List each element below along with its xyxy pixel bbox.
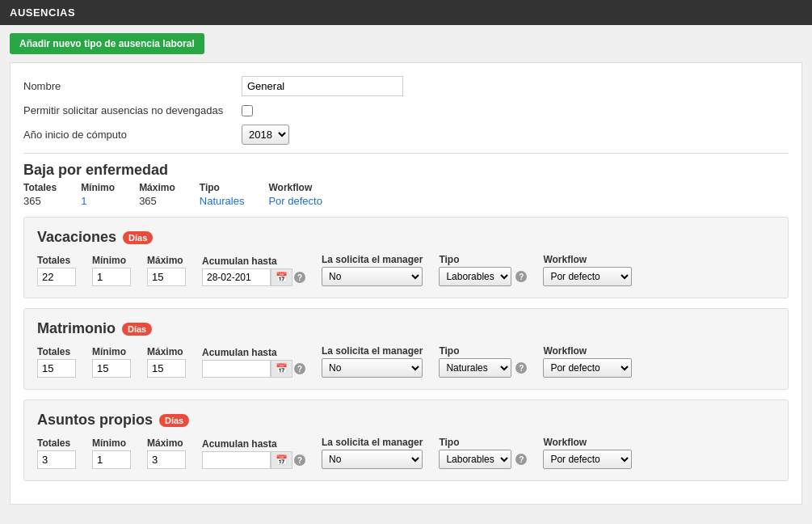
as-workflow-select[interactable]: Por defecto <box>543 450 632 469</box>
mat-tipo-label: Tipo <box>439 345 527 357</box>
mat-acumulan: Acumulan hasta 📅 ? <box>202 347 305 378</box>
mat-tipo-group: Naturales Laborables ? <box>439 358 527 378</box>
vac-maximo: Máximo <box>147 255 186 286</box>
page-title: AUSENCIAS <box>10 6 75 19</box>
asuntos-badge: Días <box>159 414 189 427</box>
year-row: Año inicio de cómputo 2018 2019 2020 <box>23 125 789 145</box>
matrimonio-title: Matrimonio <box>37 320 116 337</box>
permit-row: Permitir solicitar ausencias no devengad… <box>23 104 789 116</box>
mat-workflow-select[interactable]: Por defecto <box>543 358 632 378</box>
baja-section: Baja por enfermedad Totales 365 Mínimo 1… <box>23 162 789 207</box>
year-label: Año inicio de cómputo <box>23 129 242 141</box>
baja-totales-label: Totales <box>23 182 57 193</box>
asuntos-fields: Totales Mínimo Máximo Acumulan hasta 📅 ? <box>37 437 775 469</box>
vac-minimo-label: Mínimo <box>92 255 131 266</box>
as-solicita-label: La solicita el manager <box>322 437 423 448</box>
as-minimo-input[interactable] <box>92 450 131 469</box>
mat-help-icon[interactable]: ? <box>294 363 305 374</box>
vac-workflow-select[interactable]: Por defecto <box>543 267 632 286</box>
mat-calendar-button[interactable]: 📅 <box>271 360 292 378</box>
mat-tipo-help-icon[interactable]: ? <box>515 362 527 374</box>
baja-minimo-label: Mínimo <box>81 182 115 193</box>
as-tipo-label: Tipo <box>439 437 527 448</box>
vacaciones-card: Vacaciones Días Totales Mínimo Máximo Ac… <box>23 217 789 298</box>
main-content: Nombre Permitir solicitar ausencias no d… <box>10 62 802 505</box>
as-tipo-group: Laborables Naturales ? <box>439 450 527 469</box>
as-tipo: Tipo Laborables Naturales ? <box>439 437 527 469</box>
baja-totales: Totales 365 <box>23 182 57 207</box>
mat-totales-label: Totales <box>37 346 76 357</box>
nombre-label: Nombre <box>23 80 242 92</box>
vac-tipo-help-icon[interactable]: ? <box>515 271 527 282</box>
asuntos-card: Asuntos propios Días Totales Mínimo Máxi… <box>23 399 789 481</box>
mat-solicita-label: La solicita el manager <box>322 345 423 357</box>
mat-maximo-label: Máximo <box>147 346 186 357</box>
baja-maximo-value: 365 <box>139 195 175 207</box>
vac-help-icon[interactable]: ? <box>294 272 305 283</box>
asuntos-title: Asuntos propios <box>37 412 153 429</box>
mat-solicita-select[interactable]: No Sí <box>322 358 423 378</box>
as-minimo: Mínimo <box>92 437 131 469</box>
as-solicita: La solicita el manager No Sí <box>322 437 423 469</box>
mat-workflow-label: Workflow <box>543 345 632 357</box>
matrimonio-fields: Totales Mínimo Máximo Acumulan hasta 📅 ? <box>37 345 775 378</box>
year-select[interactable]: 2018 2019 2020 <box>242 125 289 145</box>
vac-totales-input[interactable] <box>37 268 76 286</box>
vacaciones-badge: Días <box>123 231 153 244</box>
vac-acumulan-input[interactable] <box>202 268 271 286</box>
vac-totales-label: Totales <box>37 255 76 266</box>
vac-solicita-label: La solicita el manager <box>322 254 423 265</box>
mat-tipo-select[interactable]: Naturales Laborables <box>439 358 511 378</box>
baja-tipo: Tipo Naturales <box>200 182 245 207</box>
vac-maximo-label: Máximo <box>147 255 186 266</box>
baja-workflow-value: Por defecto <box>268 195 322 207</box>
vac-maximo-input[interactable] <box>147 268 186 286</box>
matrimonio-card: Matrimonio Días Totales Mínimo Máximo Ac… <box>23 308 789 390</box>
vacaciones-fields: Totales Mínimo Máximo Acumulan hasta 📅 ? <box>37 254 775 286</box>
mat-tipo: Tipo Naturales Laborables ? <box>439 345 527 378</box>
vac-tipo-select[interactable]: Laborables Naturales <box>439 267 511 286</box>
vac-calendar-button[interactable]: 📅 <box>271 268 292 286</box>
mat-acumulan-input[interactable] <box>202 360 271 378</box>
mat-minimo-input[interactable] <box>92 359 131 378</box>
as-date-group: 📅 ? <box>202 451 305 469</box>
baja-workflow: Workflow Por defecto <box>268 182 322 207</box>
mat-maximo-input[interactable] <box>147 359 186 378</box>
nombre-row: Nombre <box>23 76 789 96</box>
as-workflow: Workflow Por defecto <box>543 437 632 469</box>
vac-date-group: 📅 ? <box>202 268 305 286</box>
baja-tipo-value: Naturales <box>200 195 245 207</box>
as-totales-input[interactable] <box>37 450 76 469</box>
matrimonio-badge: Días <box>122 323 152 336</box>
permit-checkbox[interactable] <box>242 105 253 116</box>
as-help-icon[interactable]: ? <box>294 454 305 466</box>
baja-fields: Totales 365 Mínimo 1 Máximo 365 Tipo Nat… <box>23 182 789 207</box>
matrimonio-title-row: Matrimonio Días <box>37 320 775 337</box>
as-maximo-input[interactable] <box>147 450 186 469</box>
baja-tipo-label: Tipo <box>200 182 245 193</box>
vac-acumulan: Acumulan hasta 📅 ? <box>202 256 305 286</box>
mat-totales-input[interactable] <box>37 359 76 378</box>
nombre-input[interactable] <box>242 76 403 96</box>
add-absence-type-button[interactable]: Añadir nuevo tipo de ausencia laboral <box>10 33 204 54</box>
baja-minimo-value: 1 <box>81 195 115 207</box>
as-tipo-select[interactable]: Laborables Naturales <box>439 450 511 469</box>
baja-title: Baja por enfermedad <box>23 162 789 179</box>
as-solicita-select[interactable]: No Sí <box>322 450 423 469</box>
as-acumulan-input[interactable] <box>202 451 271 469</box>
baja-maximo: Máximo 365 <box>139 182 175 207</box>
vacaciones-title: Vacaciones <box>37 229 116 246</box>
mat-minimo-label: Mínimo <box>92 346 131 357</box>
baja-maximo-label: Máximo <box>139 182 175 193</box>
as-totales-label: Totales <box>37 437 76 449</box>
as-calendar-button[interactable]: 📅 <box>271 451 292 469</box>
vac-tipo-group: Laborables Naturales ? <box>439 267 527 286</box>
page-header: AUSENCIAS <box>0 0 812 25</box>
mat-workflow: Workflow Por defecto <box>543 345 632 378</box>
mat-solicita: La solicita el manager No Sí <box>322 345 423 378</box>
mat-acumulan-label: Acumulan hasta <box>202 347 305 358</box>
as-tipo-help-icon[interactable]: ? <box>515 454 527 465</box>
vac-minimo-input[interactable] <box>92 268 131 286</box>
mat-minimo: Mínimo <box>92 346 131 378</box>
vac-solicita-select[interactable]: No Sí <box>322 267 423 286</box>
